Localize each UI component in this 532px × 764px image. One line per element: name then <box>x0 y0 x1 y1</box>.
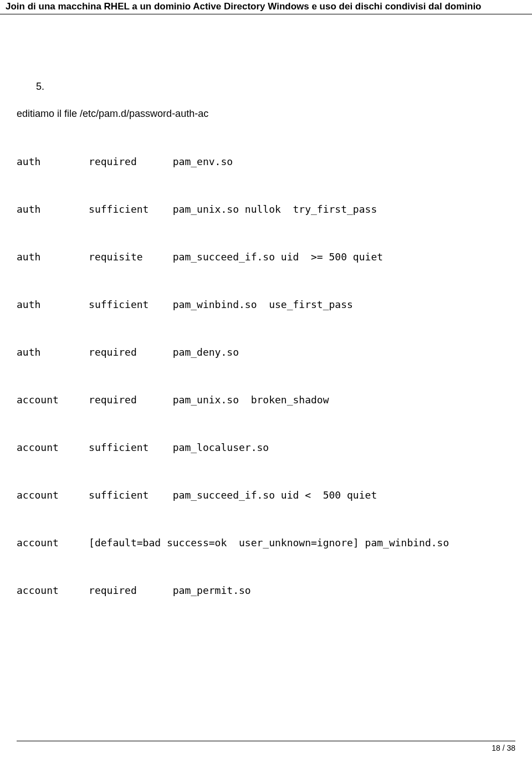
config-line: auth required pam_env.so <box>17 156 515 167</box>
config-line: auth requisite pam_succeed_if.so uid >= … <box>17 251 515 263</box>
config-line: account [default=bad success=ok user_unk… <box>17 537 515 548</box>
config-line: account sufficient pam_succeed_if.so uid… <box>17 489 515 501</box>
config-line: account required pam_permit.so <box>17 584 515 596</box>
config-line: account sufficient pam_localuser.so <box>17 442 515 453</box>
step-intro: editiamo il file /etc/pam.d/password-aut… <box>17 108 515 120</box>
page-number: 18 / 38 <box>492 744 515 752</box>
page-footer: 18 / 38 <box>17 741 515 753</box>
config-line: auth sufficient pam_winbind.so use_first… <box>17 299 515 310</box>
config-line: account required pam_unix.so broken_shad… <box>17 394 515 406</box>
page-header: Join di una macchina RHEL a un dominio A… <box>0 0 532 14</box>
config-line: auth required pam_deny.so <box>17 346 515 358</box>
header-title: Join di una macchina RHEL a un dominio A… <box>6 1 526 12</box>
config-line: auth sufficient pam_unix.so nullok try_f… <box>17 203 515 215</box>
step-number: 5. <box>36 81 515 93</box>
page-content: 5. editiamo il file /etc/pam.d/password-… <box>0 81 532 596</box>
